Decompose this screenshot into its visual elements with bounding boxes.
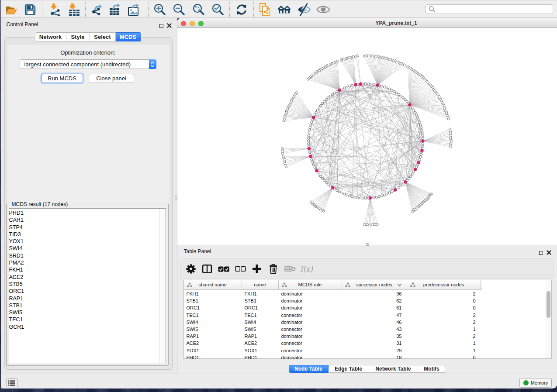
table-cell: TEC1 xyxy=(187,313,199,318)
criterion-dropdown[interactable]: largest connected component (undirected) xyxy=(20,59,156,69)
mcds-result-item[interactable]: FKH1 xyxy=(9,266,24,273)
open-file-button[interactable] xyxy=(4,3,18,16)
new-network-from-selection-button[interactable] xyxy=(259,3,273,16)
import-table-button[interactable] xyxy=(67,3,81,16)
zoom-selected-icon xyxy=(211,3,225,16)
delete-column-button[interactable] xyxy=(267,262,280,275)
zoom-out-button[interactable] xyxy=(172,3,186,16)
split-columns-icon xyxy=(202,265,212,273)
column-header-name[interactable]: name xyxy=(242,280,279,290)
maximize-window-traffic-light[interactable] xyxy=(198,21,204,26)
export-network-button[interactable] xyxy=(91,3,105,16)
control-panel-title: Control Panel xyxy=(7,21,38,28)
column-header-MCDS-role[interactable]: MCDS role xyxy=(279,280,342,290)
function-builder-button[interactable]: f(x) xyxy=(300,262,313,275)
export-table-button[interactable] xyxy=(109,3,123,16)
table-row[interactable]: FKH1FKH1dominator962 xyxy=(184,290,545,297)
tab-mcds[interactable]: MCDS xyxy=(116,32,141,41)
mcds-result-item[interactable]: TID3 xyxy=(9,231,24,238)
memory-button[interactable]: Memory xyxy=(519,378,552,388)
import-network-button[interactable] xyxy=(48,3,62,16)
table-cell: 29 xyxy=(342,348,402,353)
table-cell: RAP1 xyxy=(187,334,199,339)
mcds-result-item[interactable]: TEC1 xyxy=(9,316,24,323)
splitter-grip[interactable] xyxy=(175,195,177,199)
table-row[interactable]: SWI4SWI4dominator462 xyxy=(184,319,545,326)
table-settings-button[interactable] xyxy=(184,262,197,275)
tab-network[interactable]: Network xyxy=(35,32,66,41)
mcds-result-item[interactable]: SWI4 xyxy=(9,245,24,252)
mcds-result-item[interactable]: STB5 xyxy=(9,281,24,288)
table-row[interactable]: PHD1PHD1dominator180 xyxy=(184,354,545,361)
tab-node-table[interactable]: Node Table xyxy=(289,365,329,373)
zoom-in-button[interactable] xyxy=(153,3,167,16)
select-all-button[interactable] xyxy=(217,262,230,275)
refresh-button[interactable] xyxy=(235,3,249,16)
mcds-result-item[interactable]: YOX1 xyxy=(9,238,24,245)
tab-select[interactable]: Select xyxy=(90,32,116,41)
zoom-selected-button[interactable] xyxy=(211,3,225,16)
table-cell: 0 xyxy=(407,298,476,303)
table-cell: 18 xyxy=(342,355,402,360)
checked-boxes-icon xyxy=(218,266,229,272)
table-row[interactable]: TEC1TEC1connector472 xyxy=(184,312,545,319)
tab-network-table[interactable]: Network Table xyxy=(369,365,418,373)
split-columns-button[interactable] xyxy=(201,262,214,275)
table-cell: SWI4 xyxy=(245,320,256,325)
mcds-result-item[interactable]: PHD1 xyxy=(9,210,24,217)
mcds-list-scrollbar[interactable] xyxy=(159,209,166,363)
network-window-titlebar[interactable]: YPA_prune.txt_1 xyxy=(177,18,557,28)
add-column-button[interactable] xyxy=(250,262,263,275)
mcds-result-item[interactable]: STB1 xyxy=(9,302,24,309)
import-table-icon xyxy=(67,3,80,16)
table-row[interactable]: ORC1ORC1dominator610 xyxy=(184,304,545,311)
table-row[interactable]: RAP1RAP1dominator352 xyxy=(184,333,545,340)
close-panel-button[interactable]: Close panel xyxy=(89,74,134,83)
mcds-result-item[interactable]: GCR1 xyxy=(9,323,24,330)
network-canvas[interactable] xyxy=(177,28,557,245)
table-cell: RAP1 xyxy=(245,334,257,339)
scrollbar-thumb[interactable] xyxy=(547,291,550,318)
table-row[interactable]: YOX1YOX1connector291 xyxy=(184,347,545,354)
float-window-icon[interactable] xyxy=(159,24,163,28)
table-cell: 1 xyxy=(407,348,476,353)
tab-edge-table[interactable]: Edge Table xyxy=(329,365,369,373)
close-panel-icon[interactable] xyxy=(547,249,551,257)
table-scrollbar[interactable] xyxy=(545,280,551,358)
mcds-result-item[interactable]: SWI5 xyxy=(9,309,24,316)
mcds-result-item[interactable]: CAR1 xyxy=(9,217,24,224)
mcds-result-list[interactable]: PHD1CAR1STP4TID3YOX1SWI4SRD1PMA2FKH1ACE2… xyxy=(9,208,166,363)
mcds-result-item[interactable]: ORC1 xyxy=(9,288,24,295)
hide-selected-button[interactable] xyxy=(297,3,311,16)
column-header-predecessor-nodes[interactable]: predecessor nodes xyxy=(407,280,481,290)
tab-motifs[interactable]: Motifs xyxy=(418,365,446,373)
save-session-button[interactable] xyxy=(23,3,37,16)
run-mcds-button[interactable]: Run MCDS xyxy=(42,74,83,83)
search-input[interactable] xyxy=(426,4,553,14)
delete-table-button[interactable] xyxy=(284,262,297,275)
zoom-fit-button[interactable] xyxy=(192,3,206,16)
column-header-successor-nodes[interactable]: successor nodes xyxy=(342,280,407,290)
close-panel-icon[interactable] xyxy=(167,22,172,30)
table-cell: SWI4 xyxy=(187,320,198,325)
tab-style[interactable]: Style xyxy=(66,32,90,41)
show-all-networks-button[interactable] xyxy=(277,3,291,16)
mcds-result-item[interactable]: RAP1 xyxy=(9,295,24,302)
horizontal-splitter-grip[interactable] xyxy=(366,243,369,246)
mcds-result-item[interactable]: SRD1 xyxy=(9,252,24,259)
export-image-button[interactable] xyxy=(128,3,142,16)
column-header-shared-name[interactable]: shared name xyxy=(184,280,242,290)
mcds-result-item[interactable]: STP4 xyxy=(9,224,24,231)
table-row[interactable]: STB1STB1dominator620 xyxy=(184,297,545,304)
show-eye-button[interactable] xyxy=(316,3,330,16)
minimize-window-traffic-light[interactable] xyxy=(190,21,195,26)
deselect-all-button[interactable] xyxy=(234,262,247,275)
float-window-icon[interactable] xyxy=(539,251,543,255)
close-window-traffic-light[interactable] xyxy=(181,21,186,26)
mcds-result-item[interactable]: PMA2 xyxy=(9,259,24,266)
table-cell: YOX1 xyxy=(245,348,257,353)
table-row[interactable]: SWI5SWI5connector431 xyxy=(184,326,545,333)
show-panel-list-button[interactable] xyxy=(6,378,18,387)
mcds-result-item[interactable]: ACE2 xyxy=(9,274,24,281)
table-row[interactable]: ACE2ACE2connector311 xyxy=(184,340,545,347)
